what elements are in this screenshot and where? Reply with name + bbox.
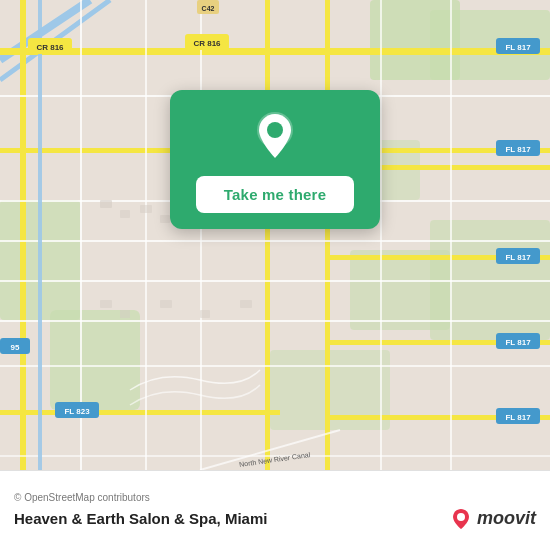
svg-rect-58 [100, 300, 112, 308]
svg-text:95: 95 [11, 343, 20, 352]
svg-text:FL 817: FL 817 [505, 43, 531, 52]
moovit-brand-text: moovit [477, 508, 536, 529]
moovit-brand-icon [450, 507, 472, 529]
svg-text:CR 816: CR 816 [36, 43, 64, 52]
svg-rect-31 [450, 0, 452, 470]
svg-rect-24 [0, 320, 550, 322]
svg-rect-29 [200, 0, 202, 470]
svg-rect-25 [0, 365, 550, 367]
take-me-there-button[interactable]: Take me there [196, 176, 354, 213]
svg-rect-54 [100, 200, 112, 208]
svg-text:CR 816: CR 816 [193, 39, 221, 48]
svg-rect-23 [0, 280, 550, 282]
svg-rect-32 [38, 0, 42, 470]
svg-rect-22 [0, 240, 550, 242]
svg-text:FL 817: FL 817 [505, 145, 531, 154]
svg-rect-62 [240, 300, 252, 308]
copyright-text: © OpenStreetMap contributors [14, 492, 536, 503]
svg-rect-18 [265, 0, 270, 470]
svg-point-65 [457, 513, 465, 521]
svg-rect-60 [160, 300, 172, 308]
svg-text:FL 823: FL 823 [64, 407, 90, 416]
svg-text:FL 817: FL 817 [505, 413, 531, 422]
svg-rect-56 [140, 205, 152, 213]
svg-point-64 [267, 122, 283, 138]
map-container: CR 816 CR 816 FL 817 FL 817 FL 817 FL 81… [0, 0, 550, 470]
svg-rect-27 [80, 0, 82, 470]
svg-rect-28 [145, 0, 147, 470]
svg-rect-61 [200, 310, 210, 318]
moovit-logo: moovit [450, 507, 536, 529]
location-card: Take me there [170, 90, 380, 229]
svg-rect-17 [20, 0, 26, 470]
location-name: Heaven & Earth Salon & Spa, Miami [14, 510, 267, 527]
svg-text:FL 817: FL 817 [505, 253, 531, 262]
location-row: Heaven & Earth Salon & Spa, Miami moovit [14, 507, 536, 529]
svg-rect-7 [50, 310, 140, 410]
svg-rect-19 [325, 0, 330, 470]
location-pin-icon [249, 110, 301, 162]
svg-text:FL 817: FL 817 [505, 338, 531, 347]
svg-rect-55 [120, 210, 130, 218]
svg-text:C42: C42 [202, 5, 215, 12]
svg-rect-57 [160, 215, 170, 223]
bottom-bar: © OpenStreetMap contributors Heaven & Ea… [0, 470, 550, 550]
svg-rect-30 [380, 0, 382, 470]
svg-rect-59 [120, 310, 130, 318]
map-svg: CR 816 CR 816 FL 817 FL 817 FL 817 FL 81… [0, 0, 550, 470]
